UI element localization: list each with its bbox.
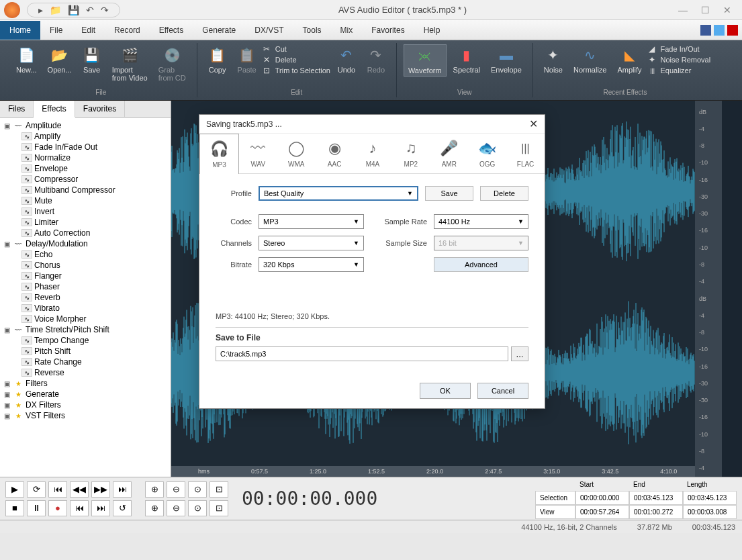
tab-favorites[interactable]: Favorites <box>362 21 414 40</box>
tree-item[interactable]: ∿Voice Morpher <box>21 314 168 324</box>
waveform-button[interactable]: ⩙Waveform <box>404 44 447 77</box>
undo-button[interactable]: ↶Undo <box>333 44 360 75</box>
redo-icon[interactable]: ↷ <box>101 5 109 15</box>
normalize-button[interactable]: ∿Normalize <box>569 44 611 75</box>
tree-category-time[interactable]: ▣〰Time Stretch/Pitch Shift <box>3 324 168 335</box>
tree-item[interactable]: ∿Auto Correction <box>21 228 168 238</box>
copy-button[interactable]: 📋Copy <box>204 44 231 75</box>
facebook-icon[interactable] <box>700 25 711 36</box>
format-tab-flac[interactable]: ⫼FLAC <box>506 134 545 174</box>
effects-tree[interactable]: ▣〰Amplitude∿Amplify∿Fade In/Fade Out∿Nor… <box>0 118 171 477</box>
record-button[interactable]: ● <box>48 500 67 516</box>
sidebar-tab-favorites[interactable]: Favorites <box>75 101 125 117</box>
tab-edit[interactable]: Edit <box>72 21 105 40</box>
format-tab-mp2[interactable]: ♫MP2 <box>391 134 430 174</box>
rewind-button[interactable]: ◀◀ <box>70 481 89 498</box>
zoom-v-out-button[interactable]: ⊖ <box>167 500 185 516</box>
format-tab-mp3[interactable]: 🎧MP3 <box>199 134 239 174</box>
tree-item[interactable]: ∿Amplify <box>21 131 168 142</box>
tree-item[interactable]: ∿Mute <box>21 195 168 206</box>
channels-combo[interactable]: Stereo▼ <box>259 236 364 250</box>
tab-home[interactable]: Home <box>0 21 40 40</box>
tree-item[interactable]: ∿Invert <box>21 206 168 217</box>
forward-button[interactable]: ▶▶ <box>91 481 110 498</box>
file-path-input[interactable]: C:\track5.mp3 <box>216 346 508 361</box>
dialog-titlebar[interactable]: Saving track5.mp3 ... ✕ <box>199 115 545 134</box>
tree-item[interactable]: ∿Echo <box>21 249 168 260</box>
tab-file[interactable]: File <box>40 21 72 40</box>
tree-category-amplitude[interactable]: ▣〰Amplitude <box>3 120 168 131</box>
sidebar-tab-effects[interactable]: Effects <box>34 101 75 118</box>
grab-cd-button[interactable]: 💿Grab from CD <box>154 44 190 83</box>
sidebar-tab-files[interactable]: Files <box>0 101 34 117</box>
redo-button[interactable]: ↷Redo <box>363 44 389 75</box>
browse-button[interactable]: ... <box>511 346 528 361</box>
folder-icon[interactable]: 📁 <box>50 5 61 15</box>
format-tab-m4a[interactable]: ♪M4A <box>354 134 392 174</box>
codec-combo[interactable]: MP3▼ <box>259 214 364 229</box>
zoom-v-fit-button[interactable]: ⊙ <box>188 500 207 516</box>
tree-item[interactable]: ∿Phaser <box>21 281 168 292</box>
tab-record[interactable]: Record <box>105 21 150 40</box>
prev-marker-button[interactable]: ⏮ <box>70 500 89 516</box>
undo-icon[interactable]: ↶ <box>86 5 94 15</box>
format-tab-wma[interactable]: ◯WMA <box>277 134 316 174</box>
cancel-button[interactable]: Cancel <box>477 383 528 399</box>
tree-item[interactable]: ∿Reverse <box>21 367 168 378</box>
save-button[interactable]: 💾Save <box>79 44 105 75</box>
tree-item[interactable]: ∿Multiband Compressor <box>21 185 168 195</box>
tree-item[interactable]: ∿Chorus <box>21 260 168 271</box>
profile-save-button[interactable]: Save <box>425 186 473 201</box>
tab-generate[interactable]: Generate <box>193 21 245 40</box>
advanced-button[interactable]: Advanced <box>434 257 528 272</box>
format-tab-wav[interactable]: 〰WAV <box>239 134 277 174</box>
tree-category-delay[interactable]: ▣〰Delay/Modulation <box>3 238 168 249</box>
zoom-v-in-button[interactable]: ⊕ <box>145 500 164 516</box>
trim-button[interactable]: ⊡Trim to Selection <box>263 66 330 75</box>
tab-mix[interactable]: Mix <box>331 21 363 40</box>
youtube-icon[interactable] <box>727 25 738 36</box>
tree-category-vstfilters[interactable]: ▣★VST Filters <box>3 410 168 421</box>
stop-button[interactable]: ■ <box>5 500 24 516</box>
profile-delete-button[interactable]: Delete <box>480 186 528 201</box>
tree-item[interactable]: ∿Tempo Change <box>21 335 168 346</box>
equalizer-button[interactable]: ⫼Equalizer <box>649 66 711 75</box>
tree-item[interactable]: ∿Flanger <box>21 271 168 281</box>
zoom-out-button[interactable]: ⊖ <box>167 481 185 498</box>
tab-tools[interactable]: Tools <box>293 21 331 40</box>
tree-category-dxfilters[interactable]: ▣★DX Filters <box>3 400 168 410</box>
samplerate-combo[interactable]: 44100 Hz▼ <box>434 214 528 229</box>
dialog-close-button[interactable]: ✕ <box>529 118 538 130</box>
follow-button[interactable]: ↺ <box>113 500 132 516</box>
tab-help[interactable]: Help <box>414 21 450 40</box>
chevron-icon[interactable]: ▸ <box>38 5 43 15</box>
amplify-button[interactable]: ◣Amplify <box>613 44 645 75</box>
tree-category-generate[interactable]: ▣★Generate <box>3 389 168 400</box>
maximize-button[interactable]: ☐ <box>701 5 710 15</box>
new-button[interactable]: 📄New... <box>12 44 41 75</box>
bitrate-combo[interactable]: 320 Kbps▼ <box>259 257 364 272</box>
noise-button[interactable]: ✦Noise <box>540 44 567 75</box>
zoom-in-button[interactable]: ⊕ <box>145 481 164 498</box>
tab-effects[interactable]: Effects <box>150 21 193 40</box>
zoom-sel-button[interactable]: ⊡ <box>210 481 228 498</box>
format-tab-aac[interactable]: ◉AAC <box>316 134 354 174</box>
tree-item[interactable]: ∿Normalize <box>21 152 168 163</box>
tree-item[interactable]: ∿Compressor <box>21 174 168 185</box>
cut-button[interactable]: ✂Cut <box>263 44 330 54</box>
tree-item[interactable]: ∿Reverb <box>21 292 168 303</box>
spectral-button[interactable]: ▮Spectral <box>449 44 484 75</box>
tree-item[interactable]: ∿Vibrato <box>21 303 168 314</box>
next-marker-button[interactable]: ⏭ <box>91 500 110 516</box>
import-button[interactable]: 🎬Import from Video <box>108 44 152 83</box>
tab-dxvst[interactable]: DX/VST <box>245 21 293 40</box>
tree-item[interactable]: ∿Pitch Shift <box>21 346 168 357</box>
close-button[interactable]: ✕ <box>723 5 731 15</box>
tree-item[interactable]: ∿Rate Change <box>21 357 168 367</box>
play-button[interactable]: ▶ <box>5 481 24 498</box>
loop-button[interactable]: ⟳ <box>27 481 46 498</box>
tree-item[interactable]: ∿Envelope <box>21 163 168 174</box>
save-icon[interactable]: 💾 <box>68 5 79 15</box>
skip-start-button[interactable]: ⏮ <box>48 481 67 498</box>
open-button[interactable]: 📂Open... <box>44 44 76 75</box>
